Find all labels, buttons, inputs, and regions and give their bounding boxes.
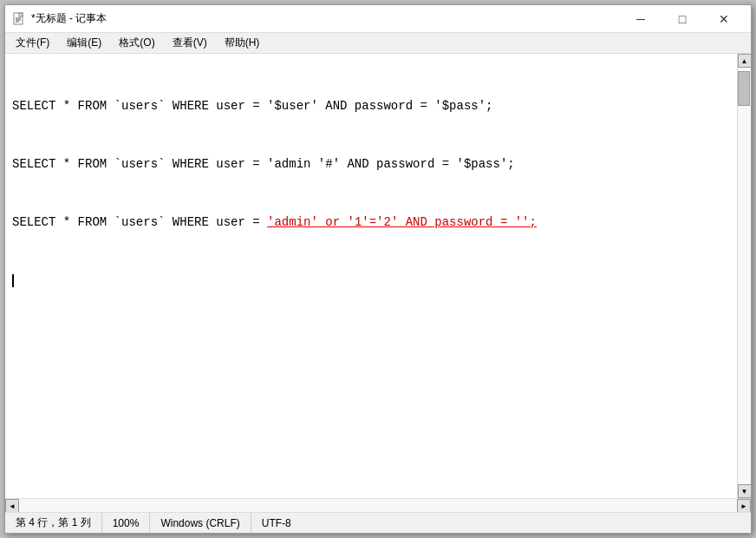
svg-rect-1 (19, 13, 23, 16)
scroll-left-button[interactable]: ◄ (5, 499, 19, 513)
app-icon (12, 12, 26, 26)
scroll-track-v[interactable] (738, 68, 751, 484)
editor-line-4 (12, 271, 730, 290)
text-cursor (12, 274, 14, 287)
editor-line-2: SELECT * FROM `users` WHERE user = 'admi… (12, 154, 730, 174)
scroll-right-button[interactable]: ► (737, 499, 751, 513)
menu-file[interactable]: 文件(F) (9, 35, 56, 52)
close-button[interactable]: ✕ (704, 9, 744, 30)
scroll-track-h[interactable] (19, 499, 737, 512)
text-editor[interactable]: SELECT * FROM `users` WHERE user = '$use… (5, 54, 737, 498)
editor-area: SELECT * FROM `users` WHERE user = '$use… (5, 54, 751, 498)
horizontal-scrollbar[interactable]: ◄ ► (5, 498, 751, 512)
menu-bar: 文件(F) 编辑(E) 格式(O) 查看(V) 帮助(H) (5, 33, 751, 54)
title-bar: *无标题 - 记事本 ─ □ ✕ (5, 5, 751, 33)
menu-help[interactable]: 帮助(H) (218, 35, 267, 52)
line3-prefix: SELECT * FROM `users` WHERE user = (12, 215, 267, 229)
menu-view[interactable]: 查看(V) (166, 35, 214, 52)
vertical-scrollbar[interactable]: ▲ ▼ (737, 54, 751, 498)
status-line-ending: Windows (CRLF) (150, 513, 251, 533)
status-bar: 第 4 行，第 1 列 100% Windows (CRLF) UTF-8 (5, 512, 751, 533)
title-bar-left: *无标题 - 记事本 (12, 11, 107, 26)
editor-line-1: SELECT * FROM `users` WHERE user = '$use… (12, 96, 730, 115)
window-title: *无标题 - 记事本 (31, 11, 107, 26)
line3-highlighted: 'admin' or '1'='2' AND password = ''; (267, 215, 537, 229)
status-position: 第 4 行，第 1 列 (5, 513, 102, 533)
scroll-down-button[interactable]: ▼ (738, 484, 752, 498)
minimize-button[interactable]: ─ (621, 9, 661, 30)
scroll-thumb-v[interactable] (738, 71, 750, 106)
maximize-button[interactable]: □ (662, 9, 702, 30)
status-encoding: UTF-8 (251, 513, 302, 533)
title-bar-controls: ─ □ ✕ (621, 9, 744, 30)
menu-edit[interactable]: 编辑(E) (60, 35, 108, 52)
bottom-area: ◄ ► 第 4 行，第 1 列 100% Windows (CRLF) UTF-… (5, 498, 751, 533)
scroll-up-button[interactable]: ▲ (738, 54, 752, 68)
menu-format[interactable]: 格式(O) (112, 35, 161, 52)
editor-line-3: SELECT * FROM `users` WHERE user = 'admi… (12, 213, 730, 232)
status-zoom: 100% (102, 513, 151, 533)
notepad-window: *无标题 - 记事本 ─ □ ✕ 文件(F) 编辑(E) 格式(O) 查看(V)… (4, 4, 752, 534)
